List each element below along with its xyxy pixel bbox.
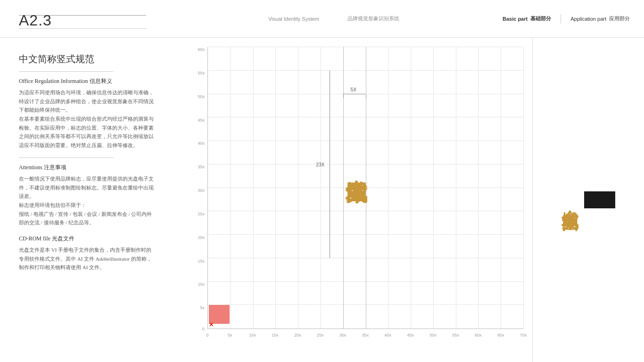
- main-chart-area: 60x 55x 50x 45x 40x 35x 30x 25x 20x 15x …: [174, 38, 533, 362]
- x-label-55: 55x: [452, 333, 459, 337]
- x-label-70: 70x: [520, 333, 527, 337]
- block1-body: 为适应不同使用场合与环境，确保信息传达的清晰与准确，特设计了企业品牌的多种组合，…: [19, 88, 156, 150]
- block3-zh: 光盘文件: [52, 235, 74, 242]
- nav-basic-part-zh: 基础部分: [530, 15, 551, 22]
- y-label-25: 25x: [198, 212, 205, 216]
- x-label-40: 40x: [385, 333, 392, 337]
- x-label-20: 20x: [294, 333, 301, 337]
- x-label-0: 0: [206, 333, 208, 337]
- measure-23x-label: 23X: [316, 162, 324, 167]
- x-axis-labels: 0 5x 10x 15x 20x 25x 30x 35x 40x 45x 50x…: [207, 330, 523, 343]
- grid-v-45: [411, 47, 411, 329]
- header-right: Basic part 基础部分 Application part 应用部分: [493, 14, 644, 24]
- nav-application-part-en: Application part: [570, 16, 606, 22]
- block-cdrom: CD-ROM file 光盘文件 光盘文件是本 VI 手册电子文件的集合，内含手…: [19, 235, 156, 272]
- block2-heading: Attentions 注意事项: [19, 164, 156, 172]
- header: A2.3 Visual Identity System 品牌视觉形象识别系统 B…: [0, 0, 644, 38]
- measure-5x-tick-left: [343, 94, 344, 98]
- chart-logo-text: 金域集团: [346, 163, 367, 166]
- block-info: Office Regulation Information 信息释义 为适应不同…: [19, 77, 156, 150]
- nav-application-part-zh: 应用部分: [609, 15, 630, 22]
- y-label-50: 50x: [198, 94, 205, 99]
- preview-logo-black: 金域集团: [591, 196, 609, 204]
- right-panel: 金域集团 金域集团: [533, 38, 644, 362]
- y-label-5: 5x: [200, 305, 205, 310]
- grid-v-30: [343, 47, 344, 329]
- nav-basic-part-en: Basic part: [503, 16, 528, 22]
- grid-area: 金域集团 5X 23X ✕: [207, 47, 523, 329]
- x-label-15: 15x: [272, 333, 279, 337]
- block-attentions: Attentions 注意事项 在一般情况下使用品牌标志，应尽量使用提供的光盘电…: [19, 164, 156, 227]
- y-label-15: 15x: [198, 259, 205, 263]
- chart-container: 60x 55x 50x 45x 40x 35x 30x 25x 20x 15x …: [193, 42, 528, 343]
- x-label-60: 60x: [475, 333, 482, 337]
- nav-application-part[interactable]: Application part 应用部分: [570, 15, 630, 22]
- y-label-45: 45x: [198, 118, 205, 123]
- y-label-10: 10x: [198, 282, 205, 287]
- y-label-55: 55x: [198, 71, 205, 75]
- block3-body: 光盘文件是本 VI 手册电子文件的集合，内含手册制作时的专用软件格式文件。其中 …: [19, 246, 156, 272]
- block1-zh: 信息释义: [90, 78, 112, 84]
- preview-black-bg: 金域集团: [584, 191, 615, 208]
- block3-en: CD-ROM file: [19, 235, 50, 242]
- y-label-35: 35x: [198, 165, 205, 169]
- block1-heading: Office Regulation Information 信息释义: [19, 77, 156, 85]
- right-panel-left-border: [532, 38, 533, 362]
- y-label-20: 20x: [198, 235, 205, 240]
- bottom-rule: [19, 28, 146, 29]
- x-label-10: 10x: [249, 333, 256, 337]
- x-label-35: 35x: [362, 333, 369, 337]
- header-title-en: Visual Identity System: [268, 16, 319, 22]
- x-label-30: 30x: [339, 333, 347, 337]
- header-center: Visual Identity System 品牌视觉形象识别系统: [174, 15, 493, 22]
- header-title-zh: 品牌视觉形象识别系统: [347, 15, 399, 22]
- nav-basic-part[interactable]: Basic part 基础部分: [503, 15, 551, 22]
- block3-heading: CD-ROM file 光盘文件: [19, 235, 156, 243]
- header-title-row: Visual Identity System 品牌视觉形象识别系统: [268, 15, 399, 22]
- y-label-30: 30x: [198, 188, 205, 193]
- measure-5x-label: 5X: [351, 87, 356, 92]
- x-label-25: 25x: [317, 333, 324, 337]
- section-title: 中文简称竖式规范: [19, 53, 156, 66]
- measure-5x-line: [343, 94, 366, 94]
- left-panel: 中文简称竖式规范 Office Regulation Information 信…: [0, 38, 174, 362]
- chart-logo: 金域集团: [345, 71, 368, 258]
- grid-v-25: [321, 47, 321, 329]
- x-label-65: 65x: [497, 333, 504, 337]
- block2-en: Attentions: [19, 164, 42, 171]
- grid-v-20: [298, 47, 298, 329]
- page-number: A2.3: [19, 12, 174, 29]
- preview-white-bg: 金域集团: [561, 196, 578, 204]
- red-x-mark: ✕: [209, 322, 214, 328]
- block2-zh: 注意事项: [44, 164, 66, 171]
- grid-v-10: [253, 47, 254, 329]
- preview-logo-white: 金域集团: [561, 196, 578, 204]
- grid-v-70: [523, 47, 524, 329]
- y-label-40: 40x: [198, 141, 205, 146]
- grid-v-65: [501, 47, 501, 329]
- block1-en: Office Regulation Information: [19, 78, 88, 84]
- x-label-45: 45x: [407, 333, 414, 337]
- y-label-60: 60x: [198, 47, 205, 52]
- nav-divider: [561, 14, 561, 24]
- y-label-0: 0: [202, 327, 205, 331]
- grid-v-50: [433, 47, 434, 329]
- y-axis-labels: 60x 55x 50x 45x 40x 35x 30x 25x 20x 15x …: [193, 47, 206, 329]
- divider-2: [19, 157, 113, 158]
- measure-5x-tick-right: [366, 94, 366, 98]
- grid-v-60: [478, 47, 479, 329]
- x-label-5: 5x: [228, 333, 232, 337]
- header-left: A2.3: [0, 10, 174, 27]
- grid-v-15: [275, 47, 276, 329]
- divider-1: [19, 71, 113, 72]
- grid-v-40: [388, 47, 388, 329]
- grid-v-5: [231, 47, 231, 329]
- block2-body: 在一般情况下使用品牌标志，应尽量使用提供的光盘电子文件，不建议使用标准制图绘制标…: [19, 174, 156, 227]
- x-label-50: 50x: [429, 333, 437, 337]
- measure-23x-line: [330, 71, 330, 258]
- grid-v-55: [456, 47, 456, 329]
